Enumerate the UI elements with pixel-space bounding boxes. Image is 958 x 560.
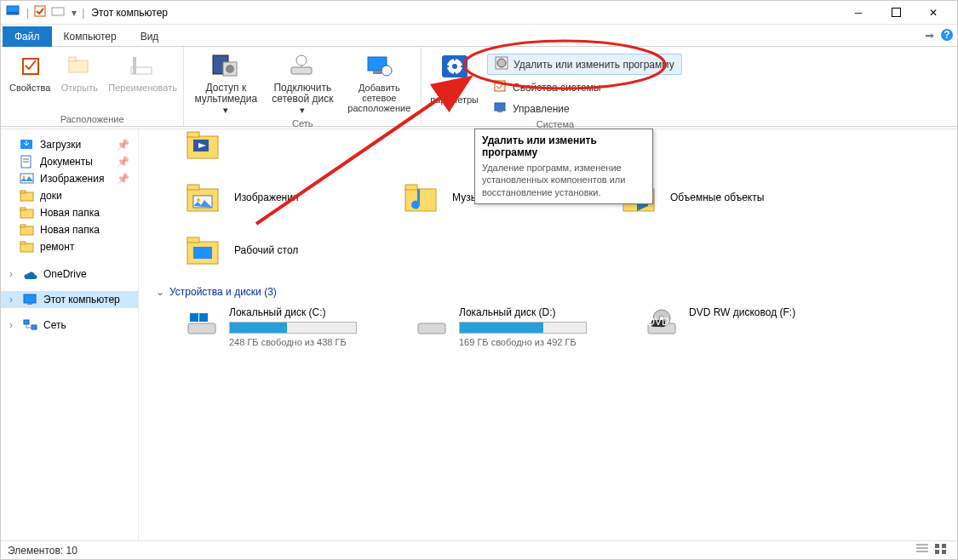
navigation-pane[interactable]: Загрузки📌 Документы📌 Изображения📌 доки Н… (1, 129, 139, 540)
map-drive-button[interactable]: Подключить сетевой диск ▾ (267, 50, 337, 117)
svg-rect-69 (187, 237, 199, 243)
rename-button: Переименовать (106, 50, 176, 112)
nav-this-pc[interactable]: ›Этот компьютер (1, 291, 138, 308)
rename-label: Переименовать (108, 83, 175, 93)
nav-remont[interactable]: ремонт (1, 238, 138, 255)
svg-rect-2 (35, 6, 45, 16)
details-view-button[interactable] (915, 542, 932, 558)
open-settings-button[interactable]: ть параметры (428, 50, 480, 106)
status-bar: Элементов: 10 (1, 540, 957, 559)
svg-rect-42 (20, 208, 26, 210)
svg-rect-32 (497, 111, 502, 112)
qat-checkbox-icon[interactable] (34, 5, 46, 20)
folder-images-label: Изображения (234, 191, 298, 203)
tab-view[interactable]: Вид (129, 26, 171, 47)
pin-icon: 📌 (117, 156, 129, 168)
titlebar: | ▾ | Этот компьютер ─ ✕ (1, 1, 957, 25)
svg-point-29 (497, 59, 506, 67)
sysprops-icon (494, 80, 508, 94)
ribbon: Свойства Открыть Переименовать Расположе… (1, 47, 957, 127)
sysprops-label: Свойства системы (513, 82, 601, 94)
svg-rect-85 (935, 550, 939, 554)
svg-rect-4 (892, 9, 900, 17)
svg-rect-1 (7, 12, 19, 14)
svg-rect-11 (133, 57, 136, 74)
uninstall-label: Удалить или изменить программу (513, 59, 674, 71)
svg-rect-15 (291, 67, 312, 74)
svg-rect-30 (495, 81, 505, 91)
svg-rect-60 (187, 185, 199, 190)
folder-desktop[interactable]: Рабочий стол (185, 233, 355, 267)
chevron-down-icon: ⌄ (156, 286, 164, 298)
system-properties-button[interactable]: Свойства системы (487, 78, 682, 96)
svg-rect-3 (52, 8, 64, 15)
svg-rect-86 (942, 550, 946, 554)
ribbon-group-system: ть параметры Удалить или изменить програ… (422, 47, 688, 126)
add-network-location-button[interactable]: Добавить сетевое расположение (344, 50, 414, 117)
drive-dvd[interactable]: DVD DVD RW дисковод (F:) (645, 306, 840, 347)
svg-rect-9 (69, 57, 76, 61)
maximize-button[interactable] (877, 1, 915, 25)
svg-rect-40 (20, 191, 26, 193)
pin-icon: 📌 (117, 139, 129, 151)
drive-d[interactable]: Локальный диск (D:) 169 ГБ свободно из 4… (415, 306, 611, 347)
manage-label: Управление (513, 103, 570, 115)
nav-documents[interactable]: Документы📌 (1, 153, 138, 170)
media-access-button[interactable]: Доступ к мультимедиа ▾ (191, 50, 261, 117)
svg-rect-8 (69, 60, 88, 72)
ribbon-tabs: Файл Компьютер Вид ⮕ ? (1, 25, 957, 47)
svg-point-16 (296, 55, 307, 66)
tab-computer[interactable]: Компьютер (52, 26, 129, 47)
window-title: Этот компьютер (91, 7, 840, 19)
qat-folder-icon[interactable] (51, 5, 66, 20)
open-settings-label: ть параметры (430, 84, 479, 105)
drive-c-free: 248 ГБ свободно из 438 ГБ (229, 337, 357, 347)
drives-header[interactable]: ⌄ Устройства и диски (3) (156, 286, 940, 298)
drive-c-label: Локальный диск (C:) (229, 306, 357, 318)
media-access-label: Доступ к мультимедиа ▾ (192, 83, 259, 115)
folder-desktop-label: Рабочий стол (234, 244, 298, 256)
folder-partial-1[interactable] (185, 129, 338, 162)
nav-onedrive[interactable]: ›OneDrive (1, 266, 138, 283)
folder-images[interactable]: Изображения (185, 180, 355, 214)
properties-button[interactable]: Свойства (8, 50, 52, 112)
open-label: Открыть (61, 83, 98, 93)
svg-text:DVD: DVD (647, 316, 669, 328)
svg-rect-49 (24, 320, 29, 324)
help-icon[interactable]: ? (940, 28, 954, 44)
add-network-location-label: Добавить сетевое расположение (346, 83, 412, 113)
chevron-right-icon: › (9, 319, 18, 331)
svg-rect-72 (190, 313, 198, 322)
svg-point-62 (197, 198, 200, 202)
nav-downloads[interactable]: Загрузки📌 (1, 136, 138, 153)
nav-pictures[interactable]: Изображения📌 (1, 170, 138, 187)
svg-point-14 (226, 65, 234, 73)
nav-network[interactable]: ›Сеть (1, 317, 138, 334)
qat-separator2: | (82, 7, 84, 19)
svg-point-20 (381, 66, 392, 76)
uninstall-program-button[interactable]: Удалить или изменить программу (487, 54, 682, 75)
nav-doki[interactable]: доки (1, 187, 138, 204)
properties-label: Свойства (9, 83, 50, 93)
tab-file[interactable]: Файл (3, 26, 52, 47)
svg-text:?: ? (944, 29, 949, 41)
tooltip-title: Удалить или изменить программу (482, 134, 645, 158)
minimize-button[interactable]: ─ (840, 1, 877, 25)
nav-newfolder1[interactable]: Новая папка (1, 204, 138, 221)
qat-dropdown-icon[interactable]: ▾ (72, 7, 77, 19)
drive-c[interactable]: Локальный диск (C:) 248 ГБ свободно из 4… (185, 306, 381, 347)
nav-newfolder2[interactable]: Новая папка (1, 221, 138, 238)
ribbon-chevron-icon[interactable]: ⮕ (925, 31, 935, 43)
ribbon-group-location: Свойства Открыть Переименовать Расположе… (1, 47, 184, 126)
svg-rect-64 (405, 185, 417, 190)
svg-rect-71 (188, 323, 215, 334)
qat-separator: | (26, 7, 29, 19)
close-button[interactable]: ✕ (915, 1, 952, 25)
drives-header-label: Устройства и диски (3) (169, 286, 277, 298)
svg-rect-46 (20, 242, 26, 244)
icons-view-button[interactable] (933, 542, 950, 558)
svg-rect-74 (418, 323, 445, 334)
manage-button[interactable]: Управление (487, 100, 682, 117)
uninstall-icon (495, 56, 508, 72)
group-label-location: Расположение (60, 114, 124, 124)
